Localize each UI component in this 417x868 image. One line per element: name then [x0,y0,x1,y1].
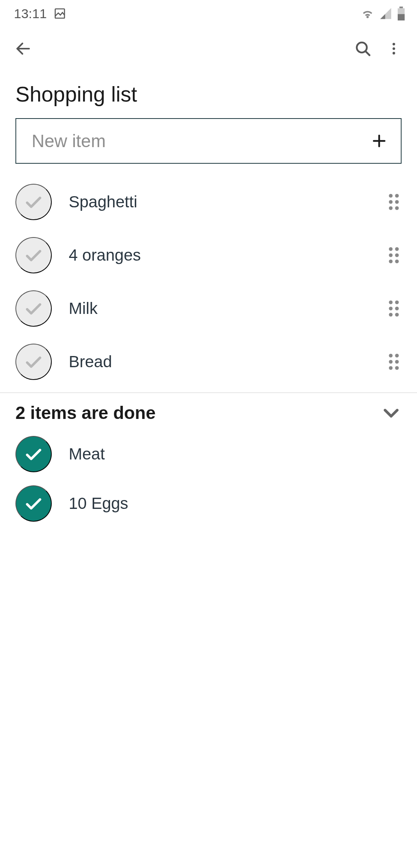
svg-point-23 [395,259,399,263]
drag-icon [388,193,400,211]
search-button[interactable] [348,33,378,64]
svg-point-34 [389,366,393,370]
svg-rect-3 [398,14,405,21]
svg-point-7 [393,43,395,46]
list-item[interactable]: Milk [0,282,417,335]
check-icon [24,494,43,513]
new-item-input[interactable] [32,131,368,151]
wifi-icon [361,7,375,20]
arrow-left-icon [14,40,32,58]
svg-point-32 [389,360,393,364]
checkbox-unchecked[interactable] [15,237,52,273]
done-list: Meat 10 Eggs [0,427,417,528]
checkbox-checked[interactable] [15,485,52,522]
svg-point-17 [395,206,399,210]
drag-handle[interactable] [386,299,402,318]
check-icon [24,444,43,464]
battery-icon [397,7,405,20]
list-item[interactable]: Meat [0,429,417,479]
svg-point-35 [395,366,399,370]
svg-point-9 [393,52,395,54]
done-section-header[interactable]: 2 items are done [0,393,417,427]
list-item[interactable]: 10 Eggs [0,479,417,528]
add-item-button[interactable] [368,129,391,153]
svg-point-27 [395,307,399,310]
svg-point-15 [395,200,399,204]
active-list: Spaghetti 4 oranges Milk [0,164,417,388]
check-icon [24,246,43,265]
svg-point-25 [395,300,399,304]
drag-icon [388,246,400,264]
svg-point-31 [395,354,399,358]
svg-point-29 [395,313,399,317]
check-icon [24,299,43,318]
signal-icon [379,7,392,20]
drag-handle[interactable] [386,246,402,264]
svg-point-19 [395,247,399,251]
search-icon [354,39,372,58]
check-icon [24,352,43,371]
svg-point-16 [389,206,393,210]
status-bar: 13:11 [0,0,417,27]
svg-point-22 [389,259,393,263]
svg-point-24 [389,300,393,304]
list-item[interactable]: 4 oranges [0,229,417,282]
back-button[interactable] [8,33,39,64]
svg-line-6 [365,51,370,55]
drag-handle[interactable] [386,353,402,371]
page-title: Shopping list [0,70,417,118]
item-label: 4 oranges [52,246,386,264]
overflow-menu-button[interactable] [378,33,409,64]
svg-point-26 [389,307,393,310]
svg-rect-1 [400,7,403,8]
check-icon [24,192,43,212]
svg-point-28 [389,313,393,317]
status-time: 13:11 [14,6,47,21]
svg-point-8 [393,47,395,50]
list-item[interactable]: Spaghetti [0,175,417,229]
item-label: 10 Eggs [52,494,402,513]
drag-icon [388,353,400,371]
list-item[interactable]: Bread [0,335,417,388]
svg-point-13 [395,194,399,198]
item-label: Meat [52,445,402,463]
app-bar [0,27,417,70]
new-item-container[interactable] [15,118,402,164]
svg-point-14 [389,200,393,204]
svg-point-12 [389,194,393,198]
chevron-down-icon [381,402,402,423]
svg-point-33 [395,360,399,364]
done-title: 2 items are done [15,402,156,423]
item-label: Milk [52,299,386,318]
item-label: Bread [52,353,386,371]
more-vertical-icon [386,41,402,56]
checkbox-unchecked[interactable] [15,290,52,327]
item-label: Spaghetti [52,193,386,211]
svg-point-20 [389,253,393,257]
svg-point-30 [389,354,393,358]
checkbox-unchecked[interactable] [15,344,52,380]
svg-point-18 [389,247,393,251]
plus-icon [371,133,387,149]
checkbox-unchecked[interactable] [15,184,52,220]
svg-point-21 [395,253,399,257]
checkbox-checked[interactable] [15,436,52,472]
drag-icon [388,299,400,318]
drag-handle[interactable] [386,193,402,211]
picture-icon [54,7,66,20]
